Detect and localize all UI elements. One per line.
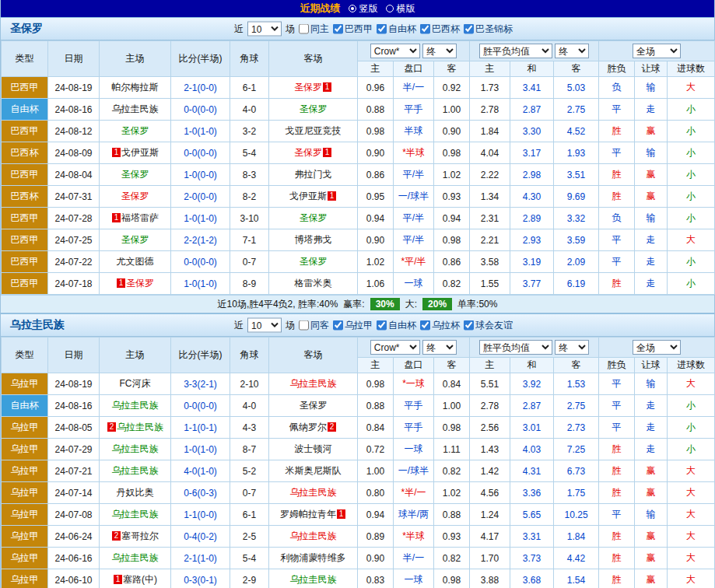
- avg-period-select[interactable]: 终: [555, 340, 589, 355]
- avg-type-select[interactable]: 胜平负均值: [479, 340, 552, 355]
- away-team-cell: 格雷米奥: [269, 273, 358, 295]
- home-team-name[interactable]: 福塔雷萨: [121, 212, 159, 223]
- match-score[interactable]: 1-0(1-0): [171, 439, 230, 460]
- avg-period-select[interactable]: 终: [555, 44, 589, 58]
- away-team-name[interactable]: 圣保罗: [300, 400, 328, 411]
- league-filter-option[interactable]: 球会友谊: [464, 319, 513, 332]
- league-filter-checkbox[interactable]: [420, 320, 430, 331]
- same-venue-checkbox[interactable]: [299, 24, 309, 34]
- home-team-name[interactable]: 乌拉圭民族: [112, 103, 159, 114]
- home-team-name[interactable]: 帕尔梅拉斯: [112, 82, 159, 93]
- home-team-name[interactable]: 乌拉圭民族: [112, 400, 159, 411]
- league-filter-option[interactable]: 自由杯: [377, 23, 416, 36]
- recent-count-select[interactable]: 10: [247, 22, 282, 37]
- home-team-name[interactable]: FC河床: [120, 378, 151, 389]
- league-filter-option[interactable]: 巴圣锦标: [464, 23, 513, 36]
- match-score[interactable]: 4-0(1-0): [171, 460, 230, 482]
- home-team-cell: 1福塔雷萨: [100, 208, 171, 229]
- away-team-name[interactable]: 圣保罗: [300, 103, 328, 114]
- away-team-name[interactable]: 罗姆帕拉青年: [280, 509, 336, 520]
- away-team-name[interactable]: 佩纳罗尔: [289, 422, 327, 432]
- away-team-name[interactable]: 圣保罗: [294, 147, 322, 158]
- away-team-name[interactable]: 戈伊亚斯: [289, 191, 327, 201]
- away-team-name[interactable]: 圣保罗: [300, 212, 328, 223]
- home-team-name[interactable]: 圣保罗: [121, 191, 149, 201]
- home-team-name[interactable]: 戈伊亚斯: [121, 147, 159, 158]
- away-team-name[interactable]: 弗拉门戈: [295, 169, 332, 180]
- match-score[interactable]: 2-0(0-0): [171, 186, 230, 208]
- match-score[interactable]: 1-1(0-1): [171, 417, 230, 439]
- home-team-name[interactable]: 乌拉圭民族: [112, 443, 159, 454]
- away-team-name[interactable]: 利物浦蒙特维多: [281, 552, 346, 563]
- home-team-name[interactable]: 尤文图德: [117, 256, 154, 267]
- away-team-name[interactable]: 乌拉圭民族: [290, 487, 337, 498]
- match-score[interactable]: 1-1(0-0): [171, 504, 230, 526]
- league-filter-option[interactable]: 自由杯: [377, 319, 416, 332]
- league-filter-checkbox[interactable]: [420, 24, 430, 34]
- team-title: 乌拉圭民族: [10, 318, 65, 332]
- match-score[interactable]: 0-3(0-1): [171, 569, 230, 588]
- match-score[interactable]: 0-0(0-0): [171, 99, 230, 121]
- league-filter-option[interactable]: 巴西甲: [333, 23, 373, 36]
- match-score[interactable]: 0-4(0-2): [171, 526, 230, 548]
- home-team-name[interactable]: 乌拉圭民族: [117, 422, 163, 432]
- away-team-name[interactable]: 戈亚尼亚竞技: [286, 125, 342, 136]
- home-team-name[interactable]: 圣保罗: [126, 278, 154, 289]
- away-team-name[interactable]: 博塔弗戈: [295, 234, 332, 245]
- handicap-win-rate-label: 赢率:: [343, 298, 364, 311]
- recent-count-select[interactable]: 10: [247, 318, 282, 333]
- away-team-name[interactable]: 乌拉圭民族: [290, 574, 337, 585]
- match-score[interactable]: 0-0(0-0): [171, 142, 230, 164]
- match-score[interactable]: 1-0(1-0): [171, 273, 230, 295]
- match-score[interactable]: 0-0(0-0): [171, 395, 230, 417]
- bookmaker-select[interactable]: Crow*: [370, 44, 420, 58]
- match-score[interactable]: 2-2(1-2): [171, 229, 230, 251]
- match-score[interactable]: 2-1(0-0): [171, 77, 230, 99]
- scope-select[interactable]: 全场: [633, 44, 681, 58]
- league-filter-checkbox[interactable]: [377, 320, 387, 331]
- bookmaker-select[interactable]: Crow*: [370, 340, 420, 355]
- league-filter-checkbox[interactable]: [333, 320, 343, 331]
- handicap-line: 平手: [394, 417, 434, 439]
- away-team-name[interactable]: 圣保罗: [300, 256, 328, 267]
- away-team-name[interactable]: 米斯奥尼斯队: [286, 465, 342, 476]
- odds-period-select[interactable]: 终: [422, 340, 457, 355]
- match-score[interactable]: 2-1(1-0): [171, 548, 230, 569]
- scope-select[interactable]: 全场: [633, 340, 681, 355]
- away-team-name[interactable]: 圣保罗: [294, 82, 322, 93]
- home-team-name[interactable]: 乌拉圭民族: [112, 465, 159, 476]
- same-venue-checkbox[interactable]: [299, 320, 309, 331]
- avg-type-select[interactable]: 胜平负均值: [479, 44, 552, 58]
- league-filter-option[interactable]: 巴西杯: [420, 23, 460, 36]
- match-score[interactable]: 1-0(1-0): [171, 121, 230, 142]
- home-team-name[interactable]: 圣保罗: [121, 125, 149, 136]
- league-filter-checkbox[interactable]: [464, 24, 474, 34]
- league-filter-checkbox[interactable]: [464, 320, 474, 331]
- layout-horizontal-option[interactable]: 横版: [386, 2, 415, 16]
- league-filter-checkbox[interactable]: [377, 24, 387, 34]
- home-team-name[interactable]: 丹奴比奥: [117, 487, 154, 498]
- home-team-name[interactable]: 乌拉圭民族: [112, 552, 159, 563]
- home-team-name[interactable]: 塞哥拉尔: [121, 530, 159, 541]
- col-header-type: 类型: [2, 41, 48, 77]
- match-score[interactable]: 1-0(1-0): [171, 208, 230, 229]
- layout-vertical-option[interactable]: 竖版: [349, 2, 378, 16]
- odds-period-select[interactable]: 终: [422, 44, 457, 58]
- match-score[interactable]: 0-6(0-3): [171, 482, 230, 504]
- home-team-name[interactable]: 乌拉圭民族: [112, 509, 159, 520]
- home-team-name[interactable]: 塞路(中): [123, 574, 157, 585]
- league-filter-checkbox[interactable]: [333, 24, 343, 34]
- home-team-name[interactable]: 圣保罗: [121, 234, 149, 245]
- away-team-name[interactable]: 乌拉圭民族: [290, 378, 337, 389]
- home-team-name[interactable]: 圣保罗: [121, 169, 149, 180]
- match-score[interactable]: 0-0(0-0): [171, 251, 230, 273]
- away-team-name[interactable]: 格雷米奥: [295, 278, 332, 289]
- away-team-name[interactable]: 乌拉圭民族: [290, 530, 337, 541]
- away-team-name[interactable]: 波士顿河: [295, 443, 332, 454]
- league-filter-option[interactable]: 乌拉甲: [333, 319, 373, 332]
- league-filter-option[interactable]: 乌拉杯: [420, 319, 460, 332]
- match-score[interactable]: 3-3(2-1): [171, 373, 230, 395]
- same-venue-option[interactable]: 同客: [299, 319, 329, 332]
- match-score[interactable]: 1-0(0-0): [171, 164, 230, 186]
- same-venue-option[interactable]: 同主: [299, 23, 329, 36]
